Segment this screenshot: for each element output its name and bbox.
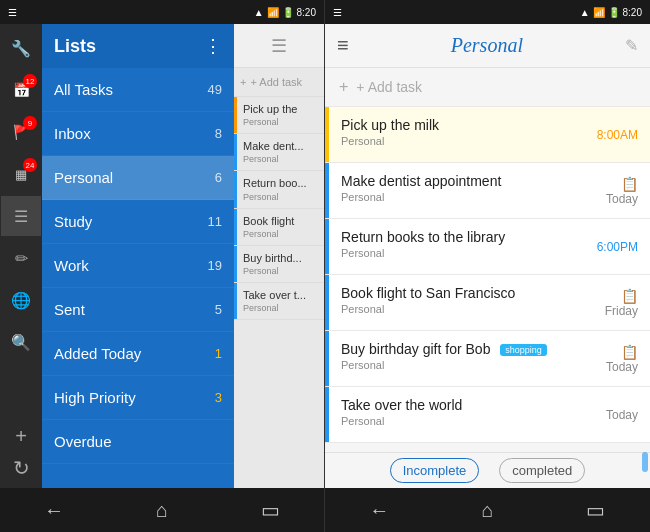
list-name-overdue: Overdue <box>54 433 112 450</box>
bottom-nav-left: ← ⌂ ▭ <box>0 488 324 532</box>
task-title-2: Return books to the library <box>341 229 573 245</box>
preview-add-task-row[interactable]: + + Add task <box>234 68 324 97</box>
preview-task-3[interactable]: Book flight Personal <box>234 209 324 246</box>
task-title-3: Book flight to San Francisco <box>341 285 581 301</box>
right-wifi-icon: ▲ <box>580 7 590 18</box>
right-title: Personal <box>451 34 523 57</box>
list-item-added-today[interactable]: Added Today 1 <box>42 332 234 376</box>
lists-header: Lists ⋮ <box>42 24 234 68</box>
task-sub-2: Personal <box>341 247 573 259</box>
task-body-4: Buy birthday gift for Bob shopping Perso… <box>329 331 594 386</box>
task-time-2: 6:00PM <box>597 240 638 254</box>
task-bar-3 <box>234 209 237 245</box>
task-sub-1: Personal <box>341 191 582 203</box>
task-time-3: Friday <box>605 304 638 318</box>
right-phone-left-icons: ☰ <box>333 7 342 18</box>
list-item-inbox[interactable]: Inbox 8 <box>42 112 234 156</box>
globe-icon: 🌐 <box>11 291 31 310</box>
back-button-right[interactable]: ← <box>325 499 433 522</box>
list-item-personal[interactable]: Personal 6 <box>42 156 234 200</box>
preview-task-sub-4: Personal <box>243 266 318 276</box>
task-bar-0 <box>234 97 237 133</box>
task-body-5: Take over the world Personal <box>329 387 594 442</box>
task-bar-1 <box>234 134 237 170</box>
add-plus-icon: + <box>339 78 348 96</box>
sidebar-item-pencil[interactable]: ✏ <box>1 238 41 278</box>
list-name-work: Work <box>54 257 89 274</box>
task-title-5: Take over the world <box>341 397 582 413</box>
list-item-study[interactable]: Study 11 <box>42 200 234 244</box>
recent-button-left[interactable]: ▭ <box>216 498 324 522</box>
preview-task-title-0: Pick up the <box>243 103 318 116</box>
list-item-overdue[interactable]: Overdue <box>42 420 234 464</box>
task-title-0: Pick up the milk <box>341 117 573 133</box>
home-button-right[interactable]: ⌂ <box>433 499 541 522</box>
add-task-row-right[interactable]: + + Add task <box>325 68 650 107</box>
task-item-3[interactable]: Book flight to San Francisco Personal 📋 … <box>325 275 650 331</box>
task-right-2: 6:00PM <box>585 219 650 274</box>
shopping-tag: shopping <box>500 344 547 356</box>
list-item-all-tasks[interactable]: All Tasks 49 <box>42 68 234 112</box>
task-item-1[interactable]: Make dentist appointment Personal 📋 Toda… <box>325 163 650 219</box>
refresh-icon[interactable]: ↻ <box>13 456 30 480</box>
left-status-icons: ☰ <box>8 7 17 18</box>
preview-task-2[interactable]: Return boo... Personal <box>234 171 324 208</box>
right-notification-icon: ☰ <box>333 7 342 18</box>
status-bar-right: ☰ ▲ 📶 🔋 8:20 <box>325 0 650 24</box>
tab-completed[interactable]: completed <box>499 458 585 483</box>
list-name-study: Study <box>54 213 92 230</box>
task-time-5: Today <box>606 408 638 422</box>
sidebar-item-globe[interactable]: 🌐 <box>1 280 41 320</box>
preview-task-title-5: Take over t... <box>243 289 318 302</box>
add-task-label-right: + Add task <box>356 79 422 95</box>
preview-task-1[interactable]: Make dent... Personal <box>234 134 324 171</box>
preview-task-4[interactable]: Buy birthd... Personal <box>234 246 324 283</box>
tab-incomplete[interactable]: Incomplete <box>390 458 480 483</box>
preview-add-icon: + <box>240 76 246 88</box>
list-count-study: 11 <box>208 214 222 229</box>
sidebar-item-wrench[interactable]: 🔧 <box>1 28 41 68</box>
right-status-icons: ▲ 📶 🔋 8:20 <box>254 7 316 18</box>
right-edit-button[interactable]: ✎ <box>625 36 638 55</box>
recent-button-right[interactable]: ▭ <box>542 498 650 522</box>
add-icon[interactable]: + <box>15 425 27 448</box>
task-item-0[interactable]: Pick up the milk Personal 8:00AM <box>325 107 650 163</box>
wrench-icon: 🔧 <box>11 39 31 58</box>
sidebar-item-calendar2[interactable]: ▦ 24 <box>1 154 41 194</box>
task-bar-2 <box>234 171 237 207</box>
right-menu-button[interactable]: ≡ <box>337 34 349 57</box>
task-note-icon-4: 📋 <box>621 344 638 360</box>
signal-icon: 📶 <box>267 7 279 18</box>
sidebar-item-calendar[interactable]: 📅 12 <box>1 70 41 110</box>
bottom-tabs: Incomplete completed <box>325 452 650 488</box>
task-item-5[interactable]: Take over the world Personal Today <box>325 387 650 443</box>
sidebar-item-list[interactable]: ☰ <box>1 196 41 236</box>
list-item-sent[interactable]: Sent 5 <box>42 288 234 332</box>
back-button-left[interactable]: ← <box>0 499 108 522</box>
task-note-icon-3: 📋 <box>621 288 638 304</box>
task-time-0: 8:00AM <box>597 128 638 142</box>
list-item-work[interactable]: Work 19 <box>42 244 234 288</box>
list-item-high-priority[interactable]: High Priority 3 <box>42 376 234 420</box>
preview-add-label: + Add task <box>250 76 302 88</box>
preview-task-5[interactable]: Take over t... Personal <box>234 283 324 320</box>
bottom-nav-right: ← ⌂ ▭ <box>325 488 650 532</box>
right-phone-right-icons: ▲ 📶 🔋 8:20 <box>580 7 642 18</box>
task-item-2[interactable]: Return books to the library Personal 6:0… <box>325 219 650 275</box>
list-name-inbox: Inbox <box>54 125 91 142</box>
sidebar-item-flag[interactable]: 🚩 9 <box>1 112 41 152</box>
list-name-all: All Tasks <box>54 81 113 98</box>
lists-menu-icon[interactable]: ⋮ <box>204 35 222 57</box>
home-button-left[interactable]: ⌂ <box>108 499 216 522</box>
wifi-icon: ▲ <box>254 7 264 18</box>
preview-task-0[interactable]: Pick up the Personal <box>234 97 324 134</box>
right-content: + + Add task Pick up the milk Personal 8… <box>325 68 650 452</box>
task-bar-4 <box>234 246 237 282</box>
right-battery-icon: 🔋 <box>608 7 620 18</box>
sidebar-item-search[interactable]: 🔍 <box>1 322 41 362</box>
task-item-4[interactable]: Buy birthday gift for Bob shopping Perso… <box>325 331 650 387</box>
list-name-added-today: Added Today <box>54 345 141 362</box>
task-time-1: Today <box>606 192 638 206</box>
lists-panel: Lists ⋮ All Tasks 49 Inbox 8 Personal 6 … <box>42 24 234 488</box>
calendar2-badge: 24 <box>23 158 37 172</box>
